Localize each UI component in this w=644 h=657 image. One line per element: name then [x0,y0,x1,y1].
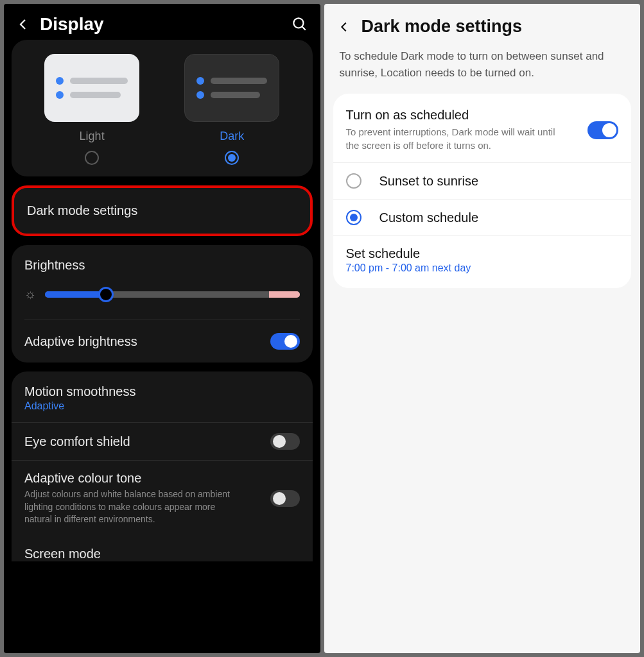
scheduled-title: Turn on as scheduled [346,108,588,123]
radio-unchecked-icon [346,173,361,189]
scheduled-toggle[interactable] [587,121,618,139]
dark-theme-preview [184,54,279,122]
light-theme-preview [44,54,139,122]
search-icon[interactable] [291,15,309,33]
back-icon[interactable] [15,14,36,35]
left-header: Display [4,4,320,40]
eye-comfort-item[interactable]: Eye comfort shield [12,422,313,460]
adaptive-brightness-label: Adaptive brightness [24,334,137,349]
set-schedule-item[interactable]: Set schedule 7:00 pm - 7:00 am next day [333,235,632,284]
display-settings-screen: Display Light [4,4,320,653]
sunset-sunrise-option[interactable]: Sunset to sunrise [333,162,632,199]
set-schedule-title: Set schedule [346,246,619,261]
radio-checked-icon [346,210,361,225]
schedule-card: Turn on as scheduled To prevent interrup… [333,94,632,288]
brightness-card: Brightness ☼ Adaptive brightness [12,245,313,363]
dark-label: Dark [220,130,244,143]
dark-mode-settings-item[interactable]: Dark mode settings [12,185,313,236]
theme-picker-card: Light Dark [12,40,313,176]
dark-mode-settings-screen: Dark mode settings To schedule Dark mode… [324,4,641,653]
svg-point-0 [293,18,303,28]
turn-on-scheduled-item[interactable]: Turn on as scheduled To prevent interrup… [333,98,632,162]
light-label: Light [80,130,105,143]
theme-option-dark[interactable]: Dark [169,54,295,165]
radio-unchecked-icon [85,151,99,165]
brightness-slider[interactable] [45,291,299,298]
motion-smoothness-item[interactable]: Motion smoothness Adaptive [12,374,313,422]
page-title: Dark mode settings [361,17,523,37]
page-subtitle: To schedule Dark mode to turn on between… [324,42,641,94]
adaptive-colour-toggle[interactable] [270,490,300,507]
sunset-label: Sunset to sunrise [379,174,479,189]
motion-title: Motion smoothness [24,384,135,399]
theme-option-light[interactable]: Light [29,54,155,165]
back-icon[interactable] [337,20,351,34]
brightness-title: Brightness [24,258,300,273]
brightness-icon: ☼ [24,287,36,302]
set-schedule-value: 7:00 pm - 7:00 am next day [346,262,619,274]
adaptive-colour-item[interactable]: Adaptive colour tone Adjust colours and … [12,460,313,536]
display-options-card: Motion smoothness Adaptive Eye comfort s… [12,371,313,561]
adaptive-brightness-toggle[interactable] [270,333,300,350]
eye-comfort-label: Eye comfort shield [24,434,130,449]
motion-value: Adaptive [24,400,135,412]
scheduled-desc: To prevent interruptions, Dark mode will… [346,125,558,152]
dark-mode-settings-label: Dark mode settings [27,203,297,218]
adaptive-colour-desc: Adjust colours and white balance based o… [24,488,236,526]
radio-checked-icon [225,151,239,165]
adaptive-colour-title: Adaptive colour tone [24,471,236,486]
custom-schedule-option[interactable]: Custom schedule [333,199,632,235]
eye-comfort-toggle[interactable] [270,433,300,450]
slider-thumb [98,287,114,302]
page-title: Display [40,14,291,35]
screen-mode-item[interactable]: Screen mode [12,536,313,561]
adaptive-brightness-row[interactable]: Adaptive brightness [24,320,300,350]
custom-label: Custom schedule [379,210,479,225]
right-header: Dark mode settings [324,4,641,42]
